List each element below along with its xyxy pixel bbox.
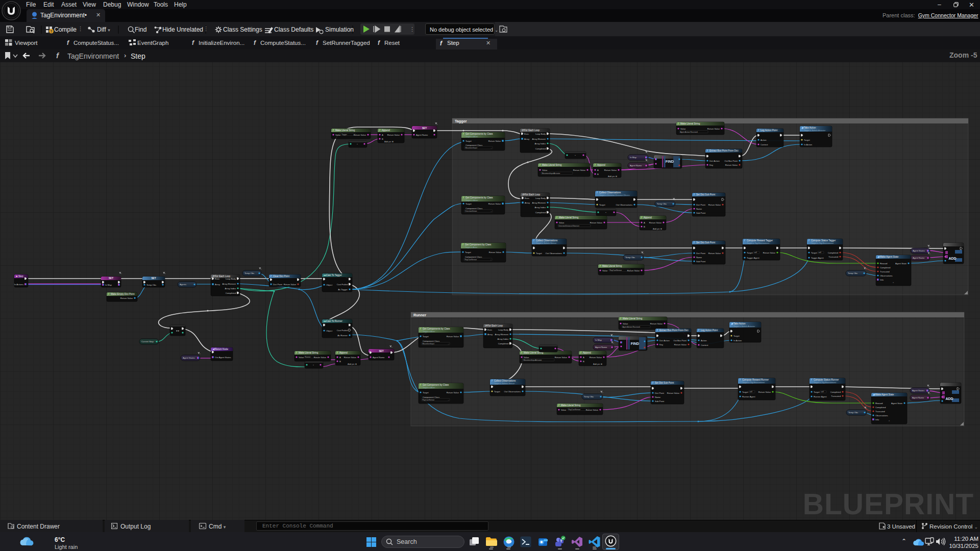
svg-text:SET: SET [422,127,427,130]
svg-text:Completed: Completed [498,342,509,345]
svg-text:Agent State: Agent State [891,402,903,405]
svg-text:⌄: ⌄ [448,399,449,401]
svg-text:Value: Value [299,356,304,359]
svg-text:Agent Action Received: Agent Action Received [680,131,698,133]
svg-text:Get Component by Class: Get Component by Class [423,384,449,386]
svg-text:B: B [597,173,599,176]
svg-text:Component Class: Component Class [465,256,482,258]
svg-text:As Runner: As Runner [337,334,348,337]
svg-text:self: self [750,391,752,393]
svg-text:Target is Tag Environment: Target is Tag Environment [742,382,765,384]
svg-text:In Map: In Map [105,284,112,286]
svg-text:Return Value: Return Value [604,169,617,171]
svg-text:Target is Actor: Target is Actor [465,136,478,138]
svg-text:Make Literal String: Make Literal String [680,122,700,125]
svg-text:MovementInputActuator: MovementInputActuator [524,359,543,361]
svg-text:Append: Append [644,216,652,219]
svg-text:Target is Actor: Target is Actor [423,331,435,333]
svg-text:Truncated: Truncated [828,256,838,258]
svg-text:Runner: Runner [413,313,426,317]
svg-text:Out Observations: Out Observations [545,252,562,255]
svg-text:Sub Point: Sub Point [696,212,706,214]
svg-text:Key: Key [709,164,714,166]
svg-text:B: B [644,226,645,228]
svg-text:Value: Value [680,128,686,130]
svg-text:Observations: Observations [875,414,888,417]
svg-text:Agents: Agents [180,283,186,286]
svg-text:Component Class: Component Class [465,207,482,210]
svg-text:B: B [382,138,383,140]
svg-text:Agent States: Agent States [912,389,924,392]
svg-text:Cast Failed: Cast Failed [337,329,348,332]
svg-text:Loop Body: Loop Body [535,197,546,199]
svg-text:Temp Obs: Temp Obs [625,256,635,259]
svg-text:Make Literal String: Make Literal String [335,129,355,132]
svg-text:Dict Point: Dict Point [696,204,706,206]
svg-text:Return Value: Return Value [387,134,400,136]
svg-text:Loop Body: Loop Body [498,329,509,331]
svg-text:Add pin ⊕: Add pin ⊕ [348,363,357,365]
svg-text:Action: Action [701,339,707,342]
svg-text:FIND: FIND [631,342,639,345]
svg-text:⌄: ⌄ [490,259,492,261]
svg-text:Agent Name: Agent Name [913,257,925,259]
svg-text:Array Index: Array Index [535,142,546,145]
svg-text:Value: Value [623,322,628,325]
svg-text:Tagger: Tagger [342,134,348,136]
svg-text:B: B [583,360,584,363]
svg-text:SET: SET [379,350,384,353]
svg-text:Get Components by Class: Get Components by Class [465,196,493,199]
svg-text:Value: Value [602,269,608,272]
svg-text:Completed: Completed [535,147,546,150]
svg-text:Value: Value [542,169,548,171]
svg-text:Truncated: Truncated [880,270,890,273]
svg-text:Target is Schola Sensor: Target is Schola Sensor [494,383,515,385]
svg-text:Value: Value [559,221,565,224]
svg-text:Get Component by Class: Get Component by Class [465,243,492,246]
svg-text:Target is Direction Distance O: Target is Direction Distance Observ [599,194,630,196]
svg-text:Dict Point: Dict Point [273,283,283,286]
svg-text:Temp Obs: Temp Obs [146,284,156,286]
svg-text:Target: Target [494,390,500,393]
svg-text:Current Step: Current Step [141,340,154,343]
svg-text:Return Value: Return Value [590,356,602,359]
svg-text:Step: Step [18,275,23,278]
svg-text:Compute Reward Runner: Compute Reward Runner [742,379,769,381]
svg-text:Reward: Reward [875,402,883,405]
svg-text:Return Value: Return Value [555,356,568,359]
svg-text:Make Empty Dict Point: Make Empty Dict Point [111,293,135,295]
svg-text:Get Components by Class: Get Components by Class [423,328,450,330]
svg-text:Context: Context [701,344,708,346]
svg-text:++: ++ [176,329,179,332]
svg-text:Append: Append [339,352,348,354]
svg-text:Return Value: Return Value [707,128,720,130]
svg-text:RayCastSensor: RayCastSensor [423,399,435,401]
svg-text:Component Class: Component Class [423,340,439,342]
svg-text:Cast To Tagger: Cast To Tagger [326,274,342,277]
svg-text:?: ? [50,30,52,33]
svg-text:Make Agent State: Make Agent State [880,256,899,258]
svg-text:self: self [819,252,821,254]
svg-text:Return Value: Return Value [354,134,366,136]
svg-text:Compute Status Tagger: Compute Status Tagger [811,239,836,242]
svg-text:Exec: Exec [215,278,219,280]
svg-text:Array Index: Array Index [225,287,236,290]
svg-text:Temp Obs: Temp Obs [848,411,858,414]
svg-text:Return Value: Return Value [344,356,357,359]
svg-text:Target: Target [465,140,472,142]
svg-text:Sub Point: Sub Point [655,400,665,403]
svg-text:Target: Target [733,335,740,337]
svg-text:Exec: Exec [525,197,529,199]
svg-text:Extract Box Point From Dict: Extract Box Point From Dict [709,149,739,152]
svg-text:A: A [339,356,341,359]
svg-text:Truncated: Truncated [875,410,885,413]
svg-text:⌃: ⌃ [888,420,890,423]
svg-text:Target: Target [465,203,472,205]
svg-text:Tagger: Tagger [455,119,467,123]
svg-text:Truncated: Truncated [831,395,841,397]
svg-text:Target: Target [804,139,810,141]
svg-text:Collect Observations: Collect Observations [494,380,516,382]
svg-text:Return Value: Return Value [763,252,776,254]
svg-text:Out Box Point: Out Box Point [673,339,687,342]
svg-text:Completed: Completed [880,266,891,269]
